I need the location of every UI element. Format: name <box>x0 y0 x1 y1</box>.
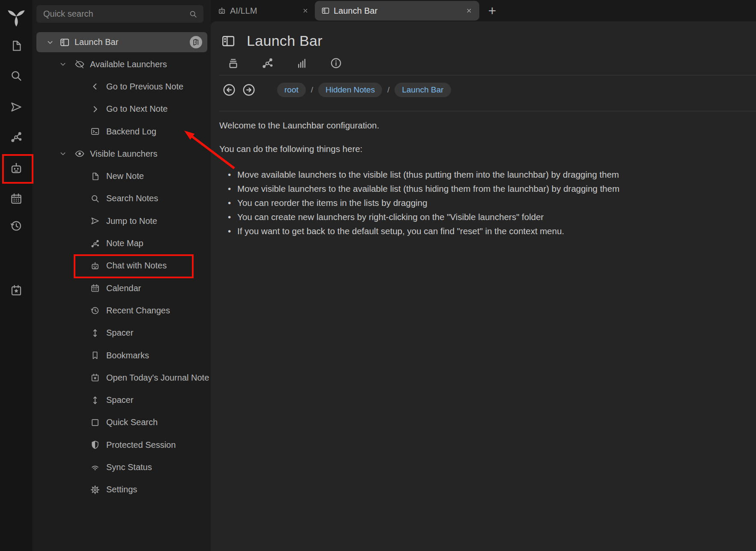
tree-item-search-notes[interactable]: Search Notes <box>32 188 211 210</box>
back-button[interactable] <box>222 83 236 97</box>
quick-search-input[interactable] <box>36 9 189 19</box>
tree-item-settings[interactable]: Settings <box>32 479 211 501</box>
tree-item-bookmarks[interactable]: Bookmarks <box>32 344 211 366</box>
bot-icon <box>218 6 226 15</box>
tree-item-chat-with-notes[interactable]: Chat with Notes <box>32 255 211 277</box>
bar-chart-icon[interactable] <box>296 57 308 69</box>
tree-item-open-todays-journal[interactable]: Open Today's Journal Note <box>32 366 211 389</box>
tree-item-label: Spacer <box>106 395 133 405</box>
tree-item-label: Visible Launchers <box>90 149 158 159</box>
calendar-star-icon <box>90 373 100 382</box>
note-title[interactable]: Launch Bar <box>247 33 323 49</box>
tree-item-recent-changes[interactable]: Recent Changes <box>32 299 211 322</box>
tab-bar: AI/LLM Launch Bar + <box>211 0 756 21</box>
chevron-down-icon[interactable] <box>46 38 54 47</box>
tree-item-calendar[interactable]: Calendar <box>32 277 211 299</box>
tree-item-label: Open Today's Journal Note <box>106 373 209 383</box>
search-icon <box>189 10 197 18</box>
tree-item-label: Protected Session <box>106 440 176 450</box>
launch-bar-icon <box>321 6 330 15</box>
chevron-down-icon[interactable] <box>59 149 67 158</box>
door-open-icon <box>192 38 200 46</box>
tree-item-label: Settings <box>106 485 137 494</box>
recent-changes-icon[interactable] <box>10 219 23 232</box>
note-map-icon[interactable] <box>261 57 274 69</box>
tree-item-label: Recent Changes <box>106 306 170 316</box>
tree-item-label: New Note <box>106 171 144 181</box>
bookmark-icon <box>90 351 100 360</box>
calendar-icon[interactable] <box>10 192 23 205</box>
tree-item-label: Note Map <box>106 238 143 248</box>
tree-item-label: Go to Previous Note <box>106 82 183 92</box>
file-icon <box>90 172 100 181</box>
history-icon <box>90 306 100 315</box>
tab-ai-llm[interactable]: AI/LLM <box>211 0 315 21</box>
jump-to-note-icon[interactable] <box>10 101 23 113</box>
tree-item-spacer-1[interactable]: Spacer <box>32 322 211 344</box>
tree-item-launch-bar[interactable]: Launch Bar <box>36 32 207 52</box>
tree-item-label: Sync Status <box>106 462 152 472</box>
quick-search[interactable] <box>36 5 203 23</box>
subtitle-paragraph: You can do the following things here: <box>219 144 362 154</box>
gear-icon <box>90 485 100 494</box>
tree-item-label: Launch Bar <box>75 37 118 47</box>
breadcrumb-separator: / <box>387 85 389 95</box>
launcher-rail <box>0 0 32 551</box>
tree-item-available-launchers[interactable]: Available Launchers <box>32 53 211 75</box>
shield-icon <box>90 440 100 450</box>
hoisted-note-button[interactable] <box>190 36 202 48</box>
launcher-tree: Available Launchers Go to Previous Note … <box>32 53 211 501</box>
tree-item-protected-session[interactable]: Protected Session <box>32 434 211 456</box>
tree-item-label: Spacer <box>106 328 133 338</box>
tree-item-sync-status[interactable]: Sync Status <box>32 456 211 478</box>
archive-icon[interactable] <box>227 57 239 69</box>
tree-item-go-to-next-note[interactable]: Go to Next Note <box>32 98 211 120</box>
search-icon[interactable] <box>10 69 23 82</box>
breadcrumb-item-hidden-notes[interactable]: Hidden Notes <box>318 83 382 97</box>
breadcrumb-separator: / <box>311 85 313 95</box>
tree-item-go-to-previous-note[interactable]: Go to Previous Note <box>32 75 211 98</box>
launch-bar-icon <box>221 34 236 48</box>
intro-paragraph: Welcome to the Launchbar configuration. <box>219 120 379 131</box>
chat-with-notes-icon[interactable] <box>9 161 23 175</box>
forward-button[interactable] <box>242 83 256 97</box>
tree-item-visible-launchers[interactable]: Visible Launchers <box>32 143 211 165</box>
send-icon <box>90 216 100 226</box>
search-icon <box>90 194 100 203</box>
up-down-arrow-icon <box>90 328 100 338</box>
open-todays-journal-icon[interactable] <box>10 284 23 297</box>
note-map-icon[interactable] <box>10 131 23 143</box>
tab-label: AI/LLM <box>230 6 257 16</box>
tree-item-backend-log[interactable]: Backend Log <box>32 120 211 143</box>
list-item: Move visible launchers to the available … <box>221 182 619 196</box>
breadcrumb-item-root[interactable]: root <box>277 83 306 97</box>
tree-item-quick-search[interactable]: Quick Search <box>32 411 211 434</box>
breadcrumb-item-launch-bar[interactable]: Launch Bar <box>394 83 451 97</box>
new-note-icon[interactable] <box>10 39 23 52</box>
tree-item-label: Quick Search <box>106 417 158 427</box>
note-map-icon <box>90 239 100 248</box>
main-area: AI/LLM Launch Bar + Launch Bar root <box>211 0 756 551</box>
tree-item-label: Search Notes <box>106 194 158 203</box>
close-icon[interactable] <box>302 7 309 14</box>
tree-item-new-note[interactable]: New Note <box>32 165 211 187</box>
tree-item-spacer-2[interactable]: Spacer <box>32 389 211 411</box>
chevron-down-icon[interactable] <box>59 60 67 69</box>
divider <box>219 75 756 75</box>
new-tab-button[interactable]: + <box>483 2 501 20</box>
tree-item-label: Bookmarks <box>106 351 149 360</box>
tree-item-jump-to-note[interactable]: Jump to Note <box>32 210 211 232</box>
tree-item-note-map[interactable]: Note Map <box>32 232 211 254</box>
divider <box>219 111 756 111</box>
note-toolbar <box>227 57 342 69</box>
list-item: If you want to get back to the default s… <box>221 224 619 238</box>
up-down-arrow-icon <box>90 396 100 405</box>
close-icon[interactable] <box>466 7 472 14</box>
note-title-row: Launch Bar <box>221 33 323 49</box>
note-detail: Launch Bar root / Hidden Notes / Launch … <box>211 21 756 551</box>
tab-launch-bar[interactable]: Launch Bar <box>315 1 479 21</box>
terminal-icon <box>90 127 100 136</box>
tree-item-label: Available Launchers <box>90 60 167 69</box>
info-icon[interactable] <box>330 57 342 69</box>
tree-item-label: Go to Next Note <box>106 104 167 114</box>
